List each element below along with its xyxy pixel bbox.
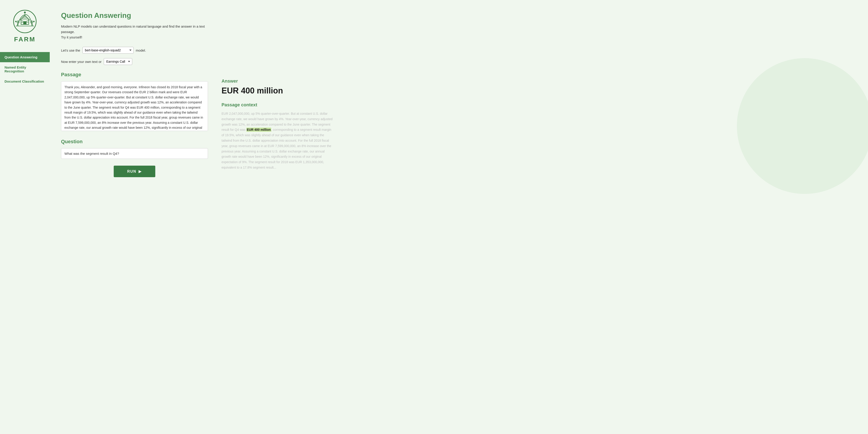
passage-context-text: EUR 2,047,000,000, up 5% quarter-over-qu… bbox=[221, 111, 335, 170]
passage-section-title: Passage bbox=[61, 72, 208, 78]
svg-point-14 bbox=[33, 21, 35, 22]
two-columns-layout: Passage Thank you, Alexander, and good m… bbox=[61, 72, 855, 185]
logo-text: FARM bbox=[14, 36, 35, 43]
model-select[interactable]: bert-base-english-squad2 deepset/roberta… bbox=[83, 47, 133, 54]
answer-value: EUR 400 million bbox=[221, 86, 855, 95]
text-row: Now enter your own text or Earnings Call… bbox=[61, 58, 855, 65]
question-section: Question bbox=[61, 139, 208, 159]
context-after-highlight: , corresponding to a segment result marg… bbox=[221, 128, 331, 169]
svg-point-7 bbox=[17, 20, 20, 24]
left-column: Passage Thank you, Alexander, and good m… bbox=[61, 72, 208, 177]
answer-label: Answer bbox=[221, 79, 855, 84]
farm-logo bbox=[12, 9, 37, 34]
run-button-container: RUN ▶ bbox=[61, 166, 208, 177]
page-title: Question Answering bbox=[61, 11, 855, 20]
model-suffix-label: model. bbox=[136, 49, 146, 52]
model-prefix-label: Let's use the bbox=[61, 49, 80, 52]
answer-section: Answer EUR 400 million Passage context E… bbox=[221, 72, 855, 170]
model-row: Let's use the bert-base-english-squad2 d… bbox=[61, 47, 855, 54]
page-description: Modern NLP models can understand questio… bbox=[61, 24, 219, 40]
sidebar-item-question-answering[interactable]: Question Answering bbox=[0, 52, 50, 62]
main-content: Question Answering Modern NLP models can… bbox=[50, 0, 868, 434]
context-highlight: EUR 400 million bbox=[246, 127, 271, 132]
sample-text-select[interactable]: Earnings Call Wikipedia Custom bbox=[104, 58, 132, 65]
svg-point-13 bbox=[15, 21, 17, 22]
passage-context-label: Passage context bbox=[221, 102, 855, 108]
right-column: Answer EUR 400 million Passage context E… bbox=[221, 72, 855, 185]
sidebar-item-ner[interactable]: Named Entity Recognition bbox=[0, 62, 50, 76]
svg-point-11 bbox=[24, 11, 26, 13]
run-arrow-icon: ▶ bbox=[138, 169, 142, 174]
passage-textarea[interactable]: Thank you, Alexander, and good morning, … bbox=[61, 81, 208, 131]
text-prefix-label: Now enter your own text or bbox=[61, 60, 101, 64]
sidebar: FARM Question Answering Named Entity Rec… bbox=[0, 0, 50, 434]
logo-container: FARM bbox=[12, 4, 37, 50]
svg-point-9 bbox=[30, 20, 33, 24]
svg-rect-3 bbox=[23, 21, 26, 24]
nav-menu: Question Answering Named Entity Recognit… bbox=[0, 52, 50, 86]
question-input[interactable] bbox=[61, 148, 208, 159]
sidebar-item-doc-classification[interactable]: Document Classification bbox=[0, 76, 50, 86]
question-section-title: Question bbox=[61, 139, 208, 145]
run-button[interactable]: RUN ▶ bbox=[114, 166, 156, 177]
